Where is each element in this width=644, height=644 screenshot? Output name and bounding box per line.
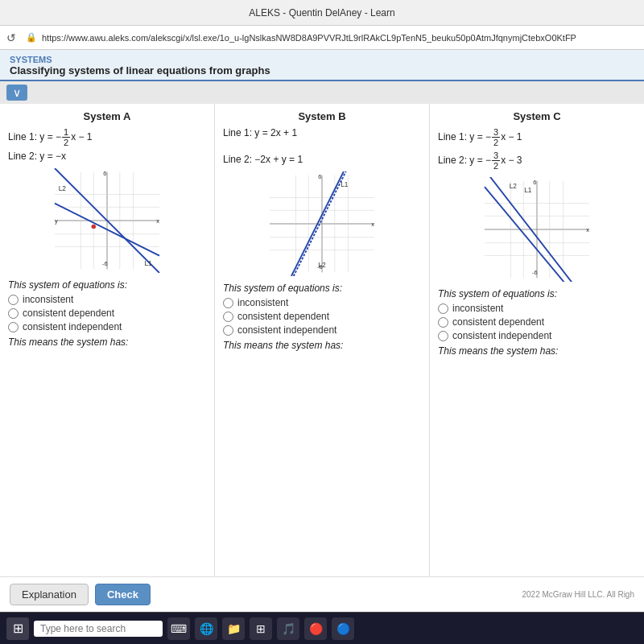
taskbar-keyboard-icon[interactable]: ⌨: [167, 617, 190, 640]
svg-text:-6: -6: [532, 269, 538, 276]
system-b-column: System B Line 1: y = 2x + 1 Line 2: −2x …: [215, 104, 430, 576]
system-a-label-dependent: consistent dependent: [23, 308, 114, 319]
collapse-button[interactable]: ∨: [6, 85, 27, 101]
system-a-radio-inconsistent[interactable]: [8, 295, 19, 305]
bottom-bar: Explanation Check 2022 McGraw Hill LLC. …: [0, 576, 644, 612]
svg-text:-6: -6: [102, 260, 108, 267]
system-b-radio-independent[interactable]: [223, 325, 233, 336]
svg-text:L2: L2: [318, 261, 326, 269]
svg-text:x: x: [371, 221, 374, 228]
system-b-option-1[interactable]: inconsistent: [223, 297, 421, 308]
system-a-option-1[interactable]: inconsistent: [8, 294, 206, 305]
system-a-radio-independent[interactable]: [8, 322, 19, 332]
taskbar-search-input[interactable]: [34, 621, 163, 637]
system-b-label-independent: consistent independent: [237, 324, 336, 336]
system-c-radio-inconsistent[interactable]: [438, 303, 448, 314]
taskbar-browser-icon[interactable]: 🌐: [195, 617, 217, 640]
system-a-option-3[interactable]: consistent independent: [8, 321, 206, 332]
system-a-radio-dependent[interactable]: [8, 308, 19, 319]
system-c-radio-dependent[interactable]: [438, 317, 448, 328]
svg-text:x: x: [156, 217, 159, 225]
system-b-line1: Line 1: y = 2x + 1: [223, 127, 421, 138]
explanation-button[interactable]: Explanation: [10, 584, 89, 605]
system-a-option-2[interactable]: consistent dependent: [8, 308, 206, 319]
collapse-bar: ∨: [0, 81, 644, 104]
system-a-status: This system of equations is:: [8, 279, 206, 291]
system-a-title: System A: [8, 110, 206, 122]
system-a-label-inconsistent: inconsistent: [23, 294, 73, 305]
systems-container: System A Line 1: y = −12x − 1 Line 2: y …: [0, 104, 644, 576]
bottom-left: Explanation Check: [10, 584, 151, 605]
system-b-radio-inconsistent[interactable]: [223, 298, 233, 308]
system-c-status: This system of equations is:: [438, 288, 636, 299]
system-c-label-dependent: consistent dependent: [452, 316, 544, 328]
taskbar: ⊞ ⌨ 🌐 📁 ⊞ 🎵 🔴 🔵: [0, 612, 644, 644]
system-b-title: System B: [223, 110, 421, 122]
svg-text:6: 6: [103, 170, 106, 177]
taskbar-folder-icon[interactable]: 📁: [222, 617, 245, 640]
svg-point-18: [92, 225, 97, 229]
system-c-radio-independent[interactable]: [438, 331, 448, 341]
system-a-means: This means the system has:: [8, 336, 206, 348]
svg-text:L2: L2: [510, 182, 518, 190]
browser-title: ALEKS - Quentin DelAney - Learn: [249, 7, 394, 19]
svg-text:6: 6: [318, 173, 321, 180]
system-b-label-inconsistent: inconsistent: [237, 297, 288, 308]
system-c-line2: Line 2: y = −32x − 3: [438, 151, 636, 171]
system-c-title: System C: [438, 110, 636, 122]
svg-text:y: y: [55, 217, 58, 225]
system-a-radio-group: inconsistent consistent dependent consis…: [8, 294, 206, 332]
system-b-means: This means the system has:: [223, 340, 421, 351]
system-a-line1: Line 1: y = −12x − 1: [8, 127, 206, 147]
reload-icon[interactable]: ↺: [6, 31, 16, 44]
system-b-label-dependent: consistent dependent: [237, 311, 329, 322]
system-b-graph: 6 -6 x L1 L2: [223, 171, 421, 276]
taskbar-media-icon[interactable]: 🎵: [277, 617, 299, 640]
address-bar: ↺ 🔒 https://www.awu.aleks.com/alekscgi/x…: [0, 26, 644, 50]
svg-line-50: [485, 187, 567, 282]
system-c-radio-group: inconsistent consistent dependent consis…: [438, 303, 636, 341]
system-b-option-2[interactable]: consistent dependent: [223, 311, 421, 322]
svg-text:L1: L1: [524, 186, 532, 194]
svg-text:L1: L1: [341, 180, 349, 188]
system-c-graph: 6 -6 x L2 L1: [438, 177, 636, 282]
browser-title-bar: ALEKS - Quentin DelAney - Learn: [0, 0, 644, 26]
system-c-option-1[interactable]: inconsistent: [438, 303, 636, 314]
system-c-label-independent: consistent independent: [452, 330, 551, 341]
system-a-label-independent: consistent independent: [23, 321, 122, 332]
system-c-option-2[interactable]: consistent dependent: [438, 316, 636, 328]
system-a-column: System A Line 1: y = −12x − 1 Line 2: y …: [0, 104, 215, 576]
system-a-line2: Line 2: y = −x: [8, 151, 206, 162]
system-b-status: This system of equations is:: [223, 283, 421, 294]
svg-text:L2: L2: [59, 184, 67, 192]
system-b-radio-group: inconsistent consistent dependent consis…: [223, 297, 421, 336]
system-c-label-inconsistent: inconsistent: [452, 303, 503, 314]
lock-icon: 🔒: [26, 32, 37, 43]
system-c-column: System C Line 1: y = −32x − 1 Line 2: y …: [430, 104, 644, 576]
main-content: SYSTEMS Classifying systems of linear eq…: [0, 50, 644, 612]
system-b-radio-dependent[interactable]: [223, 312, 233, 322]
content-area: ∨ System A Line 1: y = −12x − 1 Line 2: …: [0, 81, 644, 612]
taskbar-blue-icon[interactable]: 🔵: [332, 617, 354, 640]
systems-label: SYSTEMS: [10, 55, 634, 64]
check-button[interactable]: Check: [95, 584, 151, 605]
taskbar-apps-icon[interactable]: ⊞: [250, 617, 272, 640]
system-c-line1: Line 1: y = −32x − 1: [438, 127, 636, 147]
taskbar-start-button[interactable]: ⊞: [6, 617, 29, 640]
system-a-graph: 6 -6 x y: [8, 168, 206, 273]
system-c-option-3[interactable]: consistent independent: [438, 330, 636, 341]
page-title: Classifying systems of linear equations …: [10, 64, 634, 76]
system-b-option-3[interactable]: consistent independent: [223, 324, 421, 336]
svg-text:L1: L1: [144, 259, 152, 267]
taskbar-red-icon[interactable]: 🔴: [304, 617, 327, 640]
svg-text:6: 6: [533, 179, 536, 186]
aleks-header: SYSTEMS Classifying systems of linear eq…: [0, 50, 644, 81]
svg-text:x: x: [586, 226, 589, 233]
system-b-line2: Line 2: −2x + y = 1: [223, 154, 421, 165]
system-c-means: This means the system has:: [438, 345, 636, 357]
copyright-text: 2022 McGraw Hill LLC. All Righ: [522, 590, 635, 599]
url-display[interactable]: https://www.awu.aleks.com/alekscgi/x/lsl…: [42, 33, 638, 43]
